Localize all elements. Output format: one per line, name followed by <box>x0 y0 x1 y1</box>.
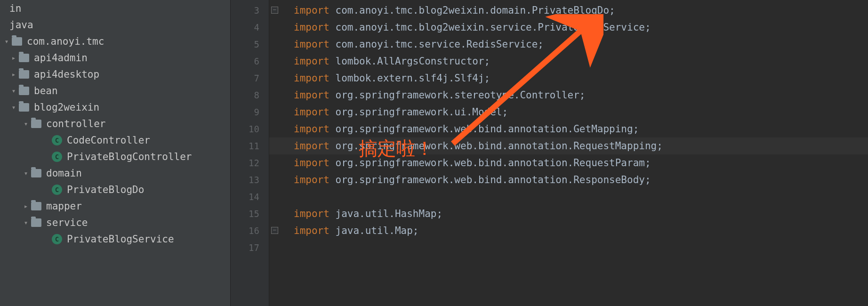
folder-icon <box>31 169 41 177</box>
tree-row[interactable]: ▸CPrivateBlogService <box>0 231 230 247</box>
chevron-down-icon[interactable]: ▾ <box>22 218 30 227</box>
keyword: import <box>294 39 330 50</box>
code-text: org.springframework.web.bind.annotation.… <box>330 174 651 185</box>
tree-row[interactable]: ▸CPrivateBlogDo <box>0 181 230 198</box>
tree-item-label: PrivateBlogController <box>67 151 192 162</box>
keyword: import <box>294 208 330 219</box>
tree-item-label: api4desktop <box>34 69 99 80</box>
line-number: 12 <box>231 154 269 171</box>
tree-row[interactable]: ▸CCodeController <box>0 132 230 148</box>
code-line[interactable]: import org.springframework.stereotype.Co… <box>269 87 868 104</box>
project-tree-panel: ▸in▸java▾com.anoyi.tmc▸api4admin▸api4des… <box>0 0 231 306</box>
keyword: import <box>294 56 330 67</box>
code-text: com.anoyi.tmc.blog2weixin.service.Privat… <box>330 22 651 33</box>
code-line[interactable]: import com.anoyi.tmc.service.RedisServic… <box>269 36 868 53</box>
folder-icon <box>19 70 29 79</box>
chevron-right-icon[interactable]: ▸ <box>9 54 18 62</box>
tree-item-label: controller <box>46 118 105 129</box>
chevron-down-icon[interactable]: ▾ <box>9 103 18 112</box>
tree-row[interactable]: ▾bean <box>0 82 230 99</box>
code-line[interactable]: import lombok.extern.slf4j.Slf4j; <box>269 70 868 87</box>
keyword: import <box>294 106 330 118</box>
code-text: org.springframework.ui.Model; <box>330 106 508 118</box>
tree-item-label: in <box>9 3 21 14</box>
tree-row[interactable]: ▸java <box>0 16 230 33</box>
line-number: 6 <box>231 53 269 70</box>
tree-item-label: api4admin <box>34 52 88 64</box>
keyword: import <box>294 123 330 135</box>
code-line[interactable] <box>269 239 868 256</box>
code-line[interactable]: −import java.util.Map; <box>269 222 868 239</box>
line-number: 14 <box>231 188 269 205</box>
tree-row[interactable]: ▾com.anoyi.tmc <box>0 33 230 49</box>
line-number: 4 <box>231 19 269 36</box>
class-icon: C <box>52 234 62 244</box>
tree-item-label: CodeController <box>67 135 150 146</box>
code-text: org.springframework.web.bind.annotation.… <box>330 157 651 169</box>
class-icon: C <box>52 152 62 162</box>
keyword: import <box>294 5 330 16</box>
keyword: import <box>294 22 330 33</box>
fold-collapse-icon[interactable]: − <box>271 7 278 14</box>
code-text: org.springframework.web.bind.annotation.… <box>330 140 663 152</box>
line-number: 3 <box>231 2 269 19</box>
chevron-right-icon[interactable]: ▸ <box>9 70 18 79</box>
code-text: org.springframework.stereotype.Controlle… <box>330 89 586 101</box>
code-line[interactable]: import lombok.AllArgsConstructor; <box>269 53 868 70</box>
tree-row[interactable]: ▾blog2weixin <box>0 99 230 115</box>
fold-collapse-icon[interactable]: − <box>271 227 278 234</box>
tree-item-label: domain <box>46 168 82 179</box>
tree-item-label: service <box>46 217 88 228</box>
chevron-down-icon[interactable]: ▾ <box>22 120 30 128</box>
line-number: 11 <box>231 137 269 154</box>
line-number: 15 <box>231 205 269 222</box>
code-line[interactable]: import org.springframework.web.bind.anno… <box>269 154 868 171</box>
keyword: import <box>294 174 330 185</box>
tree-row[interactable]: ▸api4admin <box>0 49 230 66</box>
chevron-down-icon[interactable]: ▾ <box>9 87 18 95</box>
code-text: com.anoyi.tmc.service.RedisService; <box>330 39 544 50</box>
keyword: import <box>294 140 330 152</box>
code-line[interactable]: import org.springframework.web.bind.anno… <box>269 121 868 137</box>
line-number-gutter: 34567891011121314151617 <box>231 0 269 306</box>
line-number: 13 <box>231 171 269 188</box>
chevron-right-icon[interactable]: ▸ <box>22 202 30 210</box>
code-text: java.util.HashMap; <box>330 208 442 219</box>
code-text: com.anoyi.tmc.blog2weixin.domain.Private… <box>330 5 615 16</box>
tree-row[interactable]: ▸CPrivateBlogController <box>0 148 230 165</box>
code-editor[interactable]: −import com.anoyi.tmc.blog2weixin.domain… <box>269 0 868 306</box>
tree-item-label: PrivateBlogService <box>67 234 174 245</box>
tree-row[interactable]: ▸in <box>0 0 230 16</box>
code-text: lombok.AllArgsConstructor; <box>330 56 490 67</box>
tree-row[interactable]: ▾domain <box>0 165 230 181</box>
class-icon: C <box>52 135 62 145</box>
code-line[interactable]: import org.springframework.web.bind.anno… <box>269 137 868 154</box>
class-icon: C <box>52 185 62 195</box>
code-text: lombok.extern.slf4j.Slf4j; <box>330 72 490 84</box>
code-line[interactable]: import java.util.HashMap; <box>269 205 868 222</box>
folder-icon <box>19 103 29 112</box>
line-number: 9 <box>231 104 269 121</box>
code-line[interactable]: −import com.anoyi.tmc.blog2weixin.domain… <box>269 2 868 19</box>
folder-icon <box>12 37 22 46</box>
line-number: 17 <box>231 239 269 256</box>
tree-row[interactable]: ▾service <box>0 214 230 231</box>
chevron-down-icon[interactable]: ▾ <box>2 37 11 46</box>
tree-row[interactable]: ▾controller <box>0 115 230 132</box>
keyword: import <box>294 225 330 236</box>
code-line[interactable]: import com.anoyi.tmc.blog2weixin.service… <box>269 19 868 36</box>
keyword: import <box>294 157 330 169</box>
code-line[interactable]: import org.springframework.web.bind.anno… <box>269 171 868 188</box>
tree-item-label: mapper <box>46 201 82 212</box>
line-number: 7 <box>231 70 269 87</box>
code-text: org.springframework.web.bind.annotation.… <box>330 123 639 135</box>
code-text: java.util.Map; <box>330 225 419 236</box>
chevron-down-icon[interactable]: ▾ <box>22 169 30 177</box>
line-number: 16 <box>231 222 269 239</box>
tree-row[interactable]: ▸api4desktop <box>0 66 230 82</box>
tree-item-label: PrivateBlogDo <box>67 184 144 195</box>
tree-row[interactable]: ▸mapper <box>0 198 230 214</box>
code-line[interactable]: import org.springframework.ui.Model; <box>269 104 868 121</box>
code-line[interactable] <box>269 188 868 205</box>
folder-icon <box>31 202 41 210</box>
